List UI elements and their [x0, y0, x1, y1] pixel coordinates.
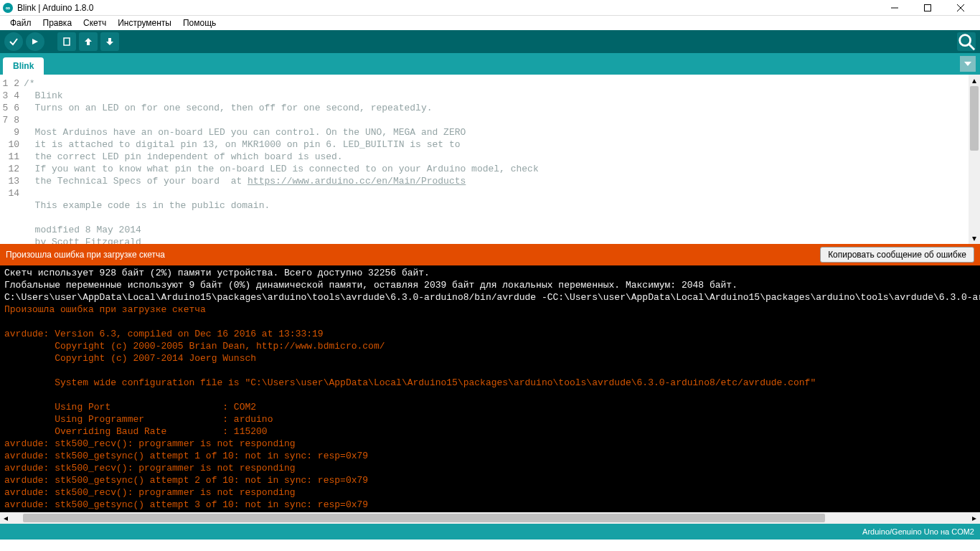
console-line: avrdude: stk500_getsync() attempt 1 of 1… — [4, 451, 368, 461]
tab-blink[interactable]: Blink — [3, 57, 44, 75]
upload-button[interactable] — [26, 32, 44, 51]
app-icon: ∞ — [3, 3, 13, 13]
svg-marker-7 — [106, 38, 113, 45]
editor-gutter: 1 2 3 4 5 6 7 8 9 10 11 12 13 14 — [0, 75, 24, 244]
status-board-port: Arduino/Genuino Uno на COM2 — [862, 527, 974, 536]
console-line: avrdude: Version 6.3, compiled on Dec 16… — [4, 329, 324, 339]
console-line: Using Programmer : arduino — [4, 414, 273, 425]
scroll-right-icon[interactable]: ▸ — [969, 512, 980, 524]
editor-scrollbar[interactable]: ▴ ▾ — [969, 75, 980, 244]
menu-sketch[interactable]: Скетч — [77, 17, 112, 29]
menubar: Файл Правка Скетч Инструменты Помощь — [0, 16, 980, 30]
console-line: avrdude: stk500_recv(): programmer is no… — [4, 487, 296, 498]
tabbar: Blink — [0, 53, 980, 75]
menu-file[interactable]: Файл — [4, 17, 37, 29]
error-banner: Произошла ошибка при загрузке скетча Коп… — [0, 244, 980, 265]
code-line: by Scott Fitzgerald — [24, 237, 141, 244]
titlebar: ∞ Blink | Arduino 1.8.0 — [0, 0, 980, 16]
console-line: avrdude: stk500_getsync() attempt 2 of 1… — [4, 475, 368, 486]
console-line: Произошла ошибка при загрузке скетча — [4, 304, 206, 315]
menu-tools[interactable]: Инструменты — [112, 17, 177, 29]
code-line: If you want to know what pin the on-boar… — [24, 164, 539, 174]
statusbar: Arduino/Genuino Uno на COM2 — [0, 524, 980, 540]
console-line: Overriding Baud Rate : 115200 — [4, 426, 268, 437]
console-line: avrdude: stk500_getsync() attempt 3 of 1… — [4, 499, 368, 510]
copy-error-button[interactable]: Копировать сообщение об ошибке — [820, 247, 974, 263]
toolbar — [0, 30, 980, 53]
menu-help[interactable]: Помощь — [177, 17, 222, 29]
scroll-left-icon[interactable]: ◂ — [0, 512, 11, 524]
svg-marker-10 — [964, 62, 971, 66]
close-button[interactable] — [944, 0, 977, 16]
console-line: System wide configuration file is "C:\Us… — [4, 377, 816, 388]
code-line: it is attached to digital pin 13, on MKR… — [24, 139, 461, 150]
console-line: Copyright (c) 2000-2005 Brian Dean, http… — [4, 341, 385, 352]
console-line: C:\Users\user\AppData\Local\Arduino15\pa… — [4, 292, 980, 303]
editor[interactable]: 1 2 3 4 5 6 7 8 9 10 11 12 13 14 /* Blin… — [0, 75, 980, 244]
menu-edit[interactable]: Правка — [37, 17, 78, 29]
window-title: Blink | Arduino 1.8.0 — [17, 3, 94, 13]
svg-rect-5 — [64, 38, 70, 45]
save-button[interactable] — [100, 32, 119, 51]
serial-monitor-button[interactable] — [957, 32, 976, 51]
code-line: the correct LED pin independent of which… — [24, 151, 343, 162]
console[interactable]: Скетч использует 928 байт (2%) памяти ус… — [0, 265, 980, 512]
scroll-thumb[interactable] — [970, 86, 979, 151]
products-link[interactable]: https://www.arduino.cc/en/Main/Products — [248, 176, 466, 187]
console-line: Глобальные переменные используют 9 байт … — [4, 280, 738, 291]
error-message: Произошла ошибка при загрузке скетча — [6, 250, 165, 260]
code-line: modified 8 May 2014 — [24, 225, 141, 235]
verify-button[interactable] — [4, 32, 23, 51]
scroll-thumb-h[interactable] — [23, 514, 825, 522]
horizontal-scrollbar[interactable]: ◂ ▸ — [0, 512, 980, 524]
svg-point-8 — [960, 35, 971, 46]
tab-menu-button[interactable] — [960, 56, 976, 72]
minimize-button[interactable] — [878, 0, 911, 16]
code-line: This example code is in the public domai… — [24, 200, 270, 211]
code-line: Most Arduinos have an on-board LED you c… — [24, 127, 466, 138]
console-line: Using Port : COM2 — [4, 402, 256, 413]
code-line: /* — [24, 78, 35, 89]
svg-line-9 — [969, 44, 974, 50]
editor-code[interactable]: /* Blink Turns on an LED on for one seco… — [24, 75, 969, 244]
console-line: avrdude: stk500_recv(): programmer is no… — [4, 463, 296, 474]
console-line: Скетч использует 928 байт (2%) памяти ус… — [4, 268, 430, 278]
new-button[interactable] — [57, 32, 76, 51]
open-button[interactable] — [79, 32, 98, 51]
maximize-button[interactable] — [911, 0, 944, 16]
scroll-up-icon[interactable]: ▴ — [969, 75, 980, 86]
svg-marker-6 — [85, 38, 92, 45]
console-line: Copyright (c) 2007-2014 Joerg Wunsch — [4, 353, 256, 364]
code-line: Turns on an LED on for one second, then … — [24, 103, 433, 113]
scroll-down-icon[interactable]: ▾ — [969, 232, 980, 244]
svg-marker-4 — [32, 39, 38, 44]
console-line: avrdude: stk500_recv(): programmer is no… — [4, 438, 296, 449]
code-line: the Technical Specs of your board at htt… — [24, 176, 466, 187]
svg-rect-1 — [925, 4, 931, 11]
code-line: Blink — [24, 90, 63, 101]
